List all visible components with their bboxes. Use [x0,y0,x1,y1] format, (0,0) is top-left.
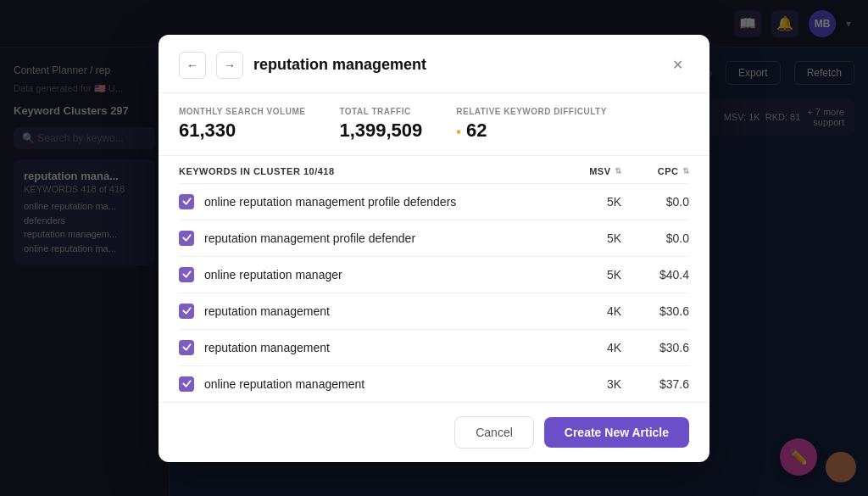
table-row: online reputation management profile def… [179,184,689,220]
stat-msv-label: MONTHLY SEARCH VOLUME [179,107,305,116]
row-msv-2: 5K [554,231,621,245]
stat-monthly-search-volume: MONTHLY SEARCH VOLUME 61,330 [179,107,305,142]
keywords-table: KEYWORDS IN CLUSTER 10/418 MSV ⇅ CPC ⇅ o… [159,156,709,402]
modal-title: reputation management [253,56,655,74]
row-keyword-2: reputation management profile defender [204,231,554,245]
row-cpc-1: $0.0 [621,195,689,209]
msv-sort-icon: ⇅ [615,166,622,176]
modal-footer: Cancel Create New Article [159,402,709,462]
row-checkbox-3[interactable] [179,267,194,282]
row-keyword-3: online reputation manager [204,268,554,281]
stat-total-traffic: TOTAL TRAFFIC 1,399,509 [339,107,422,142]
row-cpc-4: $30.6 [621,304,689,318]
row-keyword-5: reputation management [204,341,554,354]
table-header: KEYWORDS IN CLUSTER 10/418 MSV ⇅ CPC ⇅ [179,156,689,184]
nav-back-button[interactable]: ← [179,52,206,79]
create-new-article-button[interactable]: Create New Article [544,417,689,448]
modal-overlay[interactable]: ← → reputation management ✕ MONTHLY SEAR… [0,0,868,496]
nav-forward-button[interactable]: → [216,52,243,79]
row-msv-5: 4K [554,341,621,354]
stat-rkd-value: 62 [456,120,607,142]
table-row: online reputation management 3K $37.6 [179,366,689,402]
stat-tt-value: 1,399,509 [339,120,422,142]
row-msv-6: 3K [554,377,621,391]
close-button[interactable]: ✕ [665,53,689,77]
stat-keyword-difficulty: RELATIVE KEYWORD DIFFICULTY 62 [456,107,607,142]
modal-header: ← → reputation management ✕ [159,35,709,93]
row-keyword-4: reputation management [204,304,554,318]
row-keyword-1: online reputation management profile def… [204,195,554,209]
modal-dialog: ← → reputation management ✕ MONTHLY SEAR… [159,35,709,462]
row-keyword-6: online reputation management [204,377,554,391]
row-checkbox-6[interactable] [179,376,194,392]
table-row: online reputation manager 5K $40.4 [179,257,689,293]
stat-tt-label: TOTAL TRAFFIC [339,107,422,116]
row-msv-4: 4K [554,304,621,318]
row-cpc-5: $30.6 [621,341,689,354]
stats-row: MONTHLY SEARCH VOLUME 61,330 TOTAL TRAFF… [159,93,709,156]
row-cpc-3: $40.4 [621,268,689,281]
th-cluster: KEYWORDS IN CLUSTER 10/418 [179,166,554,176]
stat-msv-value: 61,330 [179,120,305,142]
row-msv-1: 5K [554,195,621,209]
row-checkbox-2[interactable] [179,231,194,246]
cancel-button[interactable]: Cancel [454,416,534,449]
th-msv[interactable]: MSV ⇅ [554,166,621,176]
row-msv-3: 5K [554,268,621,281]
row-cpc-2: $0.0 [621,231,689,245]
row-checkbox-4[interactable] [179,304,194,319]
row-cpc-6: $37.6 [621,377,689,391]
table-row: reputation management 4K $30.6 [179,330,689,366]
row-checkbox-5[interactable] [179,340,194,355]
table-row: reputation management 4K $30.6 [179,293,689,330]
th-cpc[interactable]: CPC ⇅ [621,166,689,176]
cpc-sort-icon: ⇅ [682,166,690,176]
row-checkbox-1[interactable] [179,194,194,209]
stat-rkd-label: RELATIVE KEYWORD DIFFICULTY [456,107,607,116]
table-row: reputation management profile defender 5… [179,220,689,257]
